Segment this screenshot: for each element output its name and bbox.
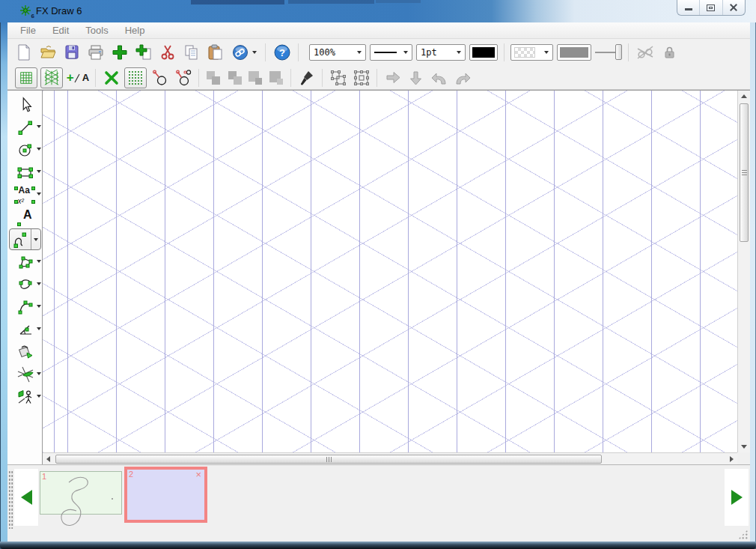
previous-page-button[interactable]	[14, 469, 38, 526]
line-tool-dropdown[interactable]	[37, 125, 41, 128]
polygon-tool-dropdown[interactable]	[37, 260, 41, 263]
dot-grid-toggle[interactable]	[124, 67, 147, 88]
app-logo-badge: 6	[31, 13, 34, 19]
arrow-up-icon	[741, 94, 747, 98]
line-style-dropdown-button[interactable]	[400, 45, 412, 60]
shaded-region-tool[interactable]	[7, 363, 43, 386]
figure-tool[interactable]	[7, 386, 43, 408]
grid-toolbar: + A	[7, 66, 750, 90]
fill-tool[interactable]	[7, 341, 43, 363]
insert-link-button[interactable]	[229, 43, 259, 63]
curve-tool-selected[interactable]	[7, 228, 43, 251]
remove-grid-button[interactable]	[101, 67, 121, 88]
panel-drag-handle[interactable]	[8, 470, 13, 529]
vertical-scroll-thumb[interactable]	[740, 103, 749, 242]
zoom-dropdown-button[interactable]	[353, 45, 365, 60]
square-grid-toggle[interactable]	[15, 67, 37, 88]
open-button[interactable]	[37, 43, 58, 63]
hide-elements-button	[635, 43, 655, 63]
print-button[interactable]	[85, 43, 106, 63]
arc-tool-dropdown[interactable]	[37, 305, 41, 308]
page-thumbnail-2-selected[interactable]: 2 ×	[124, 467, 207, 523]
dot-grid-icon	[128, 70, 143, 85]
arc-tool[interactable]	[7, 296, 43, 318]
menu-file[interactable]: File	[12, 22, 44, 38]
scroll-right-button[interactable]	[726, 453, 737, 465]
line-width-combo[interactable]: 1pt	[416, 44, 466, 61]
label-letter: A	[23, 208, 32, 222]
menu-tools[interactable]: Tools	[77, 22, 116, 38]
paste-button[interactable]	[205, 43, 225, 63]
slider-handle[interactable]	[615, 44, 622, 60]
chevron-down-icon	[403, 51, 408, 54]
group-icon	[329, 69, 347, 87]
line-width-dropdown-button[interactable]	[453, 45, 465, 60]
equation-text-tool[interactable]: Aa x²	[7, 183, 43, 206]
equation-tool-dropdown[interactable]	[37, 192, 41, 195]
shaded-region-tool-dropdown[interactable]	[37, 372, 41, 375]
minimize-icon	[685, 8, 692, 10]
line-color-button[interactable]	[469, 44, 498, 61]
maximize-button[interactable]	[699, 0, 722, 15]
save-button[interactable]	[61, 43, 82, 63]
horizontal-scroll-thumb[interactable]	[55, 455, 602, 464]
polygon-tool[interactable]	[7, 251, 43, 273]
curve-tool-dropdown[interactable]	[31, 229, 40, 249]
snap-point-button[interactable]	[150, 67, 170, 88]
next-page-button[interactable]	[725, 469, 749, 526]
scroll-up-button[interactable]	[738, 91, 750, 102]
horizontal-scrollbar[interactable]	[43, 452, 737, 465]
circle-tool-dropdown[interactable]	[37, 148, 41, 151]
new-document-button[interactable]	[13, 43, 34, 63]
minimize-button[interactable]	[677, 0, 699, 15]
vertical-scrollbar[interactable]	[737, 91, 750, 452]
copy-button[interactable]	[181, 43, 201, 63]
closed-curve-tool[interactable]	[7, 273, 43, 296]
curve-tool-button[interactable]	[9, 228, 41, 250]
cut-button[interactable]	[157, 43, 177, 63]
bring-to-front-button	[246, 69, 264, 87]
closed-curve-tool-dropdown[interactable]	[37, 282, 41, 285]
close-page-icon[interactable]: ×	[195, 469, 201, 481]
snap-points-button[interactable]	[173, 67, 193, 88]
drawing-canvas[interactable]	[43, 91, 737, 452]
drawing-toolbar: Aa x² A	[7, 91, 43, 465]
ungroup-button[interactable]	[351, 67, 371, 88]
link-dropdown-caret[interactable]	[252, 51, 257, 54]
format-painter-button[interactable]	[296, 67, 317, 88]
add-axes-button[interactable]: + A	[66, 67, 90, 88]
menu-edit[interactable]: Edit	[44, 22, 77, 38]
line-style-combo[interactable]	[370, 44, 412, 61]
figure-tool-dropdown[interactable]	[37, 395, 41, 398]
select-tool[interactable]	[7, 94, 43, 116]
chevron-down-icon	[34, 238, 38, 241]
help-button[interactable]: ?	[272, 43, 292, 63]
angle-tool[interactable]	[7, 318, 43, 341]
page-thumbnail-1[interactable]: 1	[40, 471, 122, 515]
fill-opacity-slider[interactable]	[595, 43, 622, 61]
isometric-grid-toggle[interactable]	[40, 67, 63, 88]
group-button[interactable]	[328, 67, 348, 88]
circle-icon	[16, 141, 34, 159]
fill-pattern-dropdown-button[interactable]	[540, 45, 552, 60]
arrow-down-icon	[741, 445, 747, 449]
fill-pattern-combo[interactable]	[510, 44, 553, 61]
rectangle-tool-dropdown[interactable]	[37, 170, 41, 173]
window-resize-grip[interactable]	[738, 530, 748, 539]
menu-help[interactable]: Help	[117, 22, 153, 38]
arrow-right-icon	[384, 69, 402, 87]
add-graphic-page-button[interactable]	[133, 43, 153, 63]
angle-tool-dropdown[interactable]	[37, 327, 41, 330]
circle-tool[interactable]	[7, 139, 43, 161]
close-button[interactable]	[722, 0, 745, 15]
line-tool[interactable]	[7, 116, 43, 139]
label-tool[interactable]: A	[7, 206, 43, 228]
scroll-down-button[interactable]	[738, 441, 750, 452]
scroll-left-button[interactable]	[43, 453, 54, 465]
rectangle-tool[interactable]	[7, 161, 43, 183]
zoom-combo[interactable]: 100%	[309, 44, 366, 61]
title-bar[interactable]: 6 FX Draw 6	[0, 0, 756, 22]
add-graphic-button[interactable]	[109, 43, 129, 63]
fill-color-button[interactable]	[557, 44, 591, 61]
rectangle-icon	[16, 163, 34, 181]
